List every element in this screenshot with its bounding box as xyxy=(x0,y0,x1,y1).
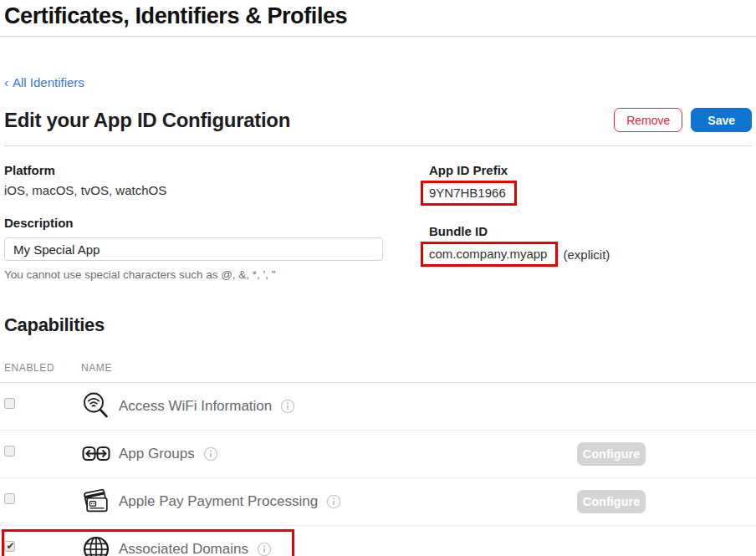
capability-name: Apple Pay Payment Processing xyxy=(119,493,318,510)
bundle-id-field: Bundle ID com.company.myapp (explicit) xyxy=(429,224,610,267)
page-title: Certificates, Identifiers & Profiles xyxy=(4,3,752,36)
capabilities-table: ENABLED NAME ✔ Access WiFi Information ✔ xyxy=(0,362,756,556)
app-groups-icon xyxy=(81,438,111,470)
description-help-text: You cannot use special characters such a… xyxy=(4,268,383,281)
bundle-id-label: Bundle ID xyxy=(429,224,610,238)
info-icon[interactable] xyxy=(257,542,272,556)
configure-button[interactable]: Configure xyxy=(577,490,646,513)
app-id-prefix-field: App ID Prefix 9YN7HB1966 xyxy=(429,163,610,206)
page-header: Certificates, Identifiers & Profiles xyxy=(0,0,756,37)
capabilities-table-header: ENABLED NAME xyxy=(0,362,756,383)
info-icon[interactable] xyxy=(280,399,295,414)
column-header-enabled: ENABLED xyxy=(4,362,81,374)
annotation-box-app-id-prefix: 9YN7HB1966 xyxy=(421,181,517,206)
info-icon[interactable] xyxy=(326,494,341,509)
capability-enabled-checkbox[interactable]: ✔ xyxy=(4,398,15,409)
form-right-column: App ID Prefix 9YN7HB1966 Bundle ID com.c… xyxy=(429,163,610,285)
capability-row: ✔ Apple Pay Payment Processing Configure xyxy=(0,478,756,526)
description-input[interactable] xyxy=(4,237,383,261)
globe-icon xyxy=(81,533,111,556)
page-root: Certificates, Identifiers & Profiles ‹ A… xyxy=(0,0,756,556)
app-id-prefix-value: 9YN7HB1966 xyxy=(429,186,506,200)
capability-row: ✔ App Groups Configure xyxy=(0,431,756,478)
info-icon[interactable] xyxy=(203,446,218,462)
description-field: Description You cannot use special chara… xyxy=(4,216,383,281)
section-header: Edit your App ID Configuration Remove Sa… xyxy=(4,108,752,146)
capabilities-rows: ✔ Access WiFi Information ✔ Ap xyxy=(0,383,756,556)
capability-enabled-checkbox[interactable]: ✔ xyxy=(4,493,15,504)
section-actions: Remove Save xyxy=(614,108,752,132)
capability-name: App Groups xyxy=(119,446,195,462)
platform-field: Platform iOS, macOS, tvOS, watchOS xyxy=(4,163,383,197)
wifi-search-icon xyxy=(81,390,111,422)
bundle-id-value: com.company.myapp xyxy=(429,247,547,261)
payment-cards-icon xyxy=(81,486,111,518)
column-header-name: NAME xyxy=(81,362,112,374)
app-id-form: Platform iOS, macOS, tvOS, watchOS Descr… xyxy=(0,163,756,288)
annotation-box-bundle-id: com.company.myapp xyxy=(421,242,558,267)
capabilities-title: Capabilities xyxy=(4,314,756,336)
capability-name: Associated Domains xyxy=(119,541,248,556)
save-button[interactable]: Save xyxy=(691,108,752,132)
configure-button[interactable]: Configure xyxy=(577,442,646,466)
platform-label: Platform xyxy=(4,163,383,177)
chevron-left-icon: ‹ xyxy=(4,75,8,89)
capability-row: ✔ Associated Domains xyxy=(0,526,756,556)
platform-value: iOS, macOS, tvOS, watchOS xyxy=(4,183,383,197)
back-link-all-identifiers[interactable]: ‹ All Identifiers xyxy=(4,75,84,89)
capability-enabled-checkbox[interactable]: ✔ xyxy=(4,446,15,457)
form-left-column: Platform iOS, macOS, tvOS, watchOS Descr… xyxy=(4,163,383,281)
bundle-id-type: (explicit) xyxy=(563,247,610,262)
back-link-label: All Identifiers xyxy=(13,75,84,89)
capability-row: ✔ Access WiFi Information xyxy=(0,383,756,431)
remove-button[interactable]: Remove xyxy=(614,108,682,132)
description-label: Description xyxy=(4,216,383,230)
section-title: Edit your App ID Configuration xyxy=(4,109,290,132)
app-id-prefix-label: App ID Prefix xyxy=(429,163,610,177)
capability-enabled-checkbox[interactable]: ✔ xyxy=(4,541,15,552)
capability-name: Access WiFi Information xyxy=(119,398,272,415)
